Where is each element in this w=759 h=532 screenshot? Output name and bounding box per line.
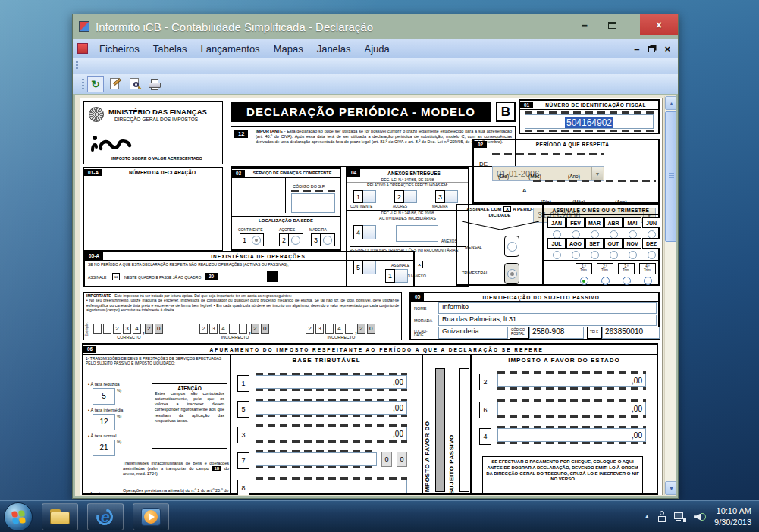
taxa-reduzida-input[interactable]: 5 [93, 388, 115, 405]
codigo-sf-label: CÓDIGO DO S.F. [293, 184, 325, 189]
trim-4-radio[interactable] [644, 277, 652, 285]
codigo-postal-input[interactable]: 2580-908 [529, 327, 584, 339]
base-field-3[interactable]: ,00 [256, 424, 407, 443]
nif-input[interactable]: 504164902 [525, 114, 654, 129]
month-set-radio[interactable] [591, 251, 599, 259]
row-5-num: 5 [237, 401, 249, 418]
close-button[interactable]: × [640, 14, 678, 35]
trim-3-label: 3.ºTrim. [618, 263, 635, 274]
date-from-chevron-icon[interactable]: ▾ [591, 167, 603, 180]
trim-3-radio[interactable] [623, 277, 631, 285]
tray-app-icon[interactable] [657, 511, 666, 523]
minimize-button[interactable]: – [573, 17, 596, 33]
toolstrip-grip[interactable] [76, 61, 78, 70]
print-button[interactable] [146, 76, 163, 92]
trimestral-radio[interactable] [504, 263, 519, 284]
periodicity-cell: ASSINALE COM X A PERIO- DICIDADE MENSAL … [457, 205, 544, 284]
toolbar-grip[interactable] [82, 79, 84, 89]
tray-expand-icon[interactable]: ▲ [644, 513, 650, 520]
intra-text: Transmissões intracomunitárias de bens e… [123, 461, 229, 477]
month-nov-radio[interactable] [629, 251, 637, 259]
anexos-input[interactable] [396, 225, 438, 242]
scroll-down-button[interactable]: ▼ [665, 481, 676, 495]
menu-item-janelas[interactable]: Janelas [310, 41, 358, 57]
estado-field-2[interactable]: ,00 [497, 371, 646, 390]
trim-1-radio[interactable] [580, 277, 588, 285]
estado-field-4[interactable]: ,00 [497, 426, 646, 444]
codigo-sf-input[interactable] [291, 193, 335, 213]
scroll-up-button[interactable]: ▲ [665, 96, 676, 110]
taskbar-explorer-button[interactable] [42, 503, 78, 530]
maximize-button[interactable] [601, 17, 623, 33]
taskbar-ie-button[interactable]: e [87, 503, 124, 530]
titlebar[interactable]: Informito iCB - Contabilidade Simplifica… [73, 14, 678, 39]
telefone-input[interactable]: 263850010 [602, 327, 660, 339]
iva-logo [90, 133, 134, 153]
box-02-label: PERÍODO A QUE RESPEITA [487, 142, 658, 147]
month-ago-radio[interactable] [572, 251, 580, 259]
box-04-num: 04 [347, 169, 360, 177]
toolstrip-empty [73, 58, 678, 74]
month-out-radio[interactable] [610, 251, 618, 259]
month-dez-radio[interactable] [648, 251, 656, 259]
exemplo-label: Exemplo: [85, 318, 89, 336]
morada-input[interactable]: Rua das Palmeiras, lt 31 [438, 315, 657, 326]
start-button[interactable] [4, 502, 33, 531]
mdi-restore-button[interactable] [648, 43, 655, 55]
menu-item-lancamentos[interactable]: Lançamentos [194, 41, 267, 57]
volume-icon[interactable] [694, 511, 707, 523]
print-preview-button[interactable] [127, 76, 143, 92]
scrollbar-thumb[interactable] [665, 111, 676, 242]
menu-item-ficheiros[interactable]: Ficheiros [93, 41, 146, 57]
taskbar-wmp-button[interactable] [133, 503, 169, 530]
menu-item-tabelas[interactable]: Tabelas [146, 41, 194, 57]
menu-item-mapas[interactable]: Mapas [267, 41, 310, 57]
anexo-madeira-check[interactable]: 3 [435, 190, 458, 203]
refresh-button[interactable]: ↻ [87, 76, 104, 92]
localidade-input[interactable]: Guizanderia [438, 327, 508, 339]
base-field-8[interactable] [256, 477, 407, 493]
declei1: DEC.-LEI N.º 347/85, DE 23/08 [347, 177, 468, 183]
date-from-dropdown[interactable]: 01-01-2006 ▾ [492, 166, 604, 181]
menu-item-ajuda[interactable]: Ajuda [357, 41, 396, 57]
anexo-acores-check[interactable]: 2 [394, 190, 417, 203]
taxa-normal-input[interactable]: 21 [93, 440, 115, 456]
sujeito-passivo-vertical-label: SUJEITO PASSIVO [448, 373, 455, 494]
base-header: BASE TRIBUTÁVEL [231, 357, 422, 364]
acores-option[interactable]: 2 [279, 233, 303, 246]
madeira-option[interactable]: 3 [311, 233, 335, 246]
edit-button[interactable] [107, 76, 124, 92]
toolbar: ↻ [73, 74, 678, 94]
continente-option[interactable]: 1 [240, 233, 264, 246]
tray-date: 9/30/2013 [714, 518, 751, 527]
base-field-1[interactable]: ,00 [256, 373, 407, 391]
ministry-line1: MINISTÉRIO DAS FINANÇAS [108, 108, 207, 116]
box-03: 03 SERVIÇO DE FINANÇAS COMPETENTE CÓDIGO… [231, 167, 341, 251]
estado-field-6[interactable]: ,00 [497, 399, 646, 418]
internet-explorer-icon: e [95, 507, 116, 527]
model-letter: B [496, 102, 516, 122]
vertical-scrollbar[interactable]: ▲ ▼ [664, 96, 676, 495]
mdi-close-button[interactable]: × [664, 43, 670, 55]
inexistencia-check[interactable]: 1 [385, 269, 408, 283]
trim-2-radio[interactable] [601, 277, 610, 285]
anexo-continente-check[interactable]: 1 [353, 190, 376, 203]
taxa-intermedia-input[interactable]: 12 [93, 414, 115, 430]
box-01a-label: NÚMERO DA DECLARAÇÃO [102, 170, 222, 175]
mdi-minimize-button[interactable]: – [634, 43, 639, 55]
taxa-reduzida-label: • À taxa reduzida [88, 382, 120, 387]
telefone-label: TELF. [587, 327, 602, 339]
menu-bar: Ficheiros Tabelas Lançamentos Mapas Jane… [73, 39, 678, 58]
month-jul-radio[interactable] [553, 251, 561, 259]
month-ago: AGO [566, 238, 585, 249]
anexo-4-check[interactable]: 4 [353, 225, 376, 239]
morada-label: MORADA [414, 318, 432, 324]
mensal-radio[interactable] [504, 236, 519, 257]
box-12-num: 12 [234, 130, 248, 138]
nome-input[interactable]: Informito [438, 302, 657, 314]
network-icon[interactable] [674, 511, 686, 523]
box-04-label: ANEXOS ENTREGUES [360, 171, 468, 176]
base-field-7[interactable] [256, 450, 377, 468]
base-field-5[interactable]: ,00 [256, 399, 407, 417]
clock[interactable]: 10:10 AM 9/30/2013 [714, 505, 751, 528]
